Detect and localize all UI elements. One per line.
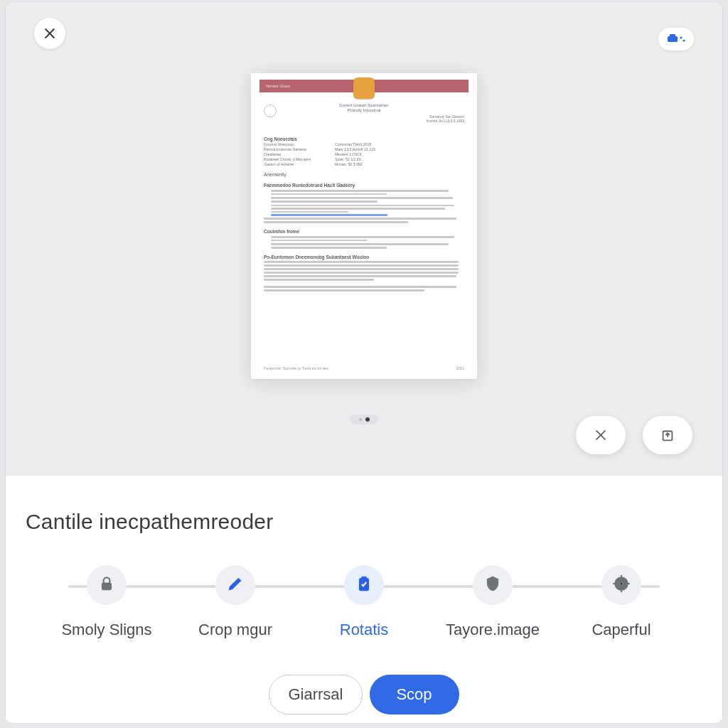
step-label: Crop mgur [198,621,272,639]
upload-icon [660,427,675,443]
panel-title: Cantile inecpathemreoder [26,510,702,534]
secondary-button[interactable]: Giarrsal [269,675,362,714]
close-button[interactable] [34,18,65,49]
step-circle [473,565,513,605]
stepper: Smoly SlignsCrop mgurRotatisTayore.image… [26,565,702,643]
clipboard-icon [355,574,373,596]
step-circle [344,565,384,605]
doc-kv-row: OrealaneaMestent 1 C9C9 [264,152,464,156]
svg-point-9 [620,582,623,585]
dismiss-fab[interactable] [576,416,626,454]
svg-rect-1 [670,34,675,37]
step-rotate[interactable]: Rotatis [300,565,428,639]
svg-rect-7 [362,577,367,579]
step-label: Tayore.image [446,621,540,639]
step-circle [87,565,127,605]
floating-actions [576,416,692,454]
doc-kv-row: Funonst MresrospCommirtet Tland 2018 [264,142,464,146]
step-tayore[interactable]: Tayore.image [429,565,557,639]
print-badge[interactable] [658,28,694,50]
doc-meta-right: Somandy Sie Gletrent fromnd Jlu LUL3 5.1… [427,114,464,123]
close-icon [42,26,58,41]
page-dot [359,418,362,421]
document-thumbnail[interactable]: Yenant Grour Donert Gratart Ssamarren Pr… [251,73,477,379]
shield-icon [483,574,502,596]
step-circle [601,565,641,605]
svg-point-3 [682,39,685,41]
doc-banner-text: Yenant Grour [265,84,290,88]
doc-kv-row: Gasam of AshwrerMmset. 52 5.082 [264,162,464,166]
svg-rect-5 [102,583,112,590]
doc-kv-row: Remca Imanrsce NameneMaor 13.5 Hunnll 12… [264,147,464,151]
doc-footer-right: 2091 [456,366,464,370]
bottom-panel: Cantile inecpathemreoder Smoly SlignsCro… [6,476,722,724]
step-label: Rotatis [340,621,388,639]
svg-rect-0 [668,36,678,42]
close-icon [593,427,609,443]
primary-button[interactable]: Scop [370,675,459,714]
pencil-icon [226,574,245,596]
step-label: Caperful [592,621,651,639]
lock-icon [97,574,116,596]
step-circle [215,565,255,605]
target-icon [612,574,631,596]
doc-kv-row: Rodareet Crontly d MarnlemlStoar. 52 1/1… [264,157,464,161]
document-preview-area: Yenant Grour Donert Gratart Ssamarren Pr… [6,2,722,476]
page-indicator [350,414,378,424]
svg-point-2 [680,36,682,38]
step-label: Smoly Sligns [61,621,151,639]
print-icon [667,34,685,44]
doc-footer-left: Favipronsr Sacrohe pr Tosla tra hd ties [264,366,328,370]
step-caperful[interactable]: Caperful [557,565,685,639]
doc-center-title: Donert Gratart Ssamarren Pründly Intondn… [251,103,477,112]
doc-seal-icon [264,105,277,117]
step-signs[interactable]: Smoly Sligns [43,565,171,639]
doc-link-line [271,214,387,216]
upload-fab[interactable] [643,416,692,454]
action-row: Giarrsal Scop [26,675,702,714]
page-dot-current [365,417,370,422]
step-crop[interactable]: Crop mgur [171,565,299,639]
doc-logo-icon [353,77,375,99]
doc-section-title: Cng Nonsrotss [264,136,464,141]
modal-container: Yenant Grour Donert Gratart Ssamarren Pr… [5,1,723,724]
